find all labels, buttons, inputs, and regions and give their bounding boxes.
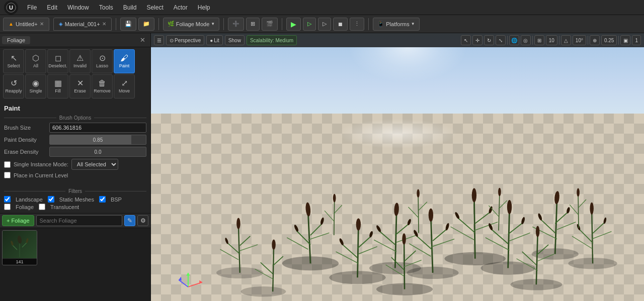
vp-surface-btn[interactable]: ◎ xyxy=(521,35,531,45)
platforms-icon: 📱 xyxy=(377,21,384,27)
menu-help[interactable]: Help xyxy=(194,3,214,12)
vp-grid-btn[interactable]: ⊞ xyxy=(534,35,544,45)
tool-deselect[interactable]: ◻ Deselect. xyxy=(47,49,68,73)
tab-material-close[interactable]: ✕ xyxy=(102,21,106,27)
vp-select-btn[interactable]: ↖ xyxy=(461,35,471,45)
lit-btn[interactable]: ● Lit xyxy=(206,35,223,45)
brush-size-input[interactable] xyxy=(49,123,146,133)
hamburger-icon: ☰ xyxy=(157,38,162,43)
tool-paint[interactable]: 🖌 Paint xyxy=(114,49,135,73)
filters-label: Filters xyxy=(68,188,82,194)
menu-file[interactable]: File xyxy=(23,3,41,12)
content-browser-btn[interactable]: 📁 xyxy=(138,18,154,31)
menu-actor[interactable]: Actor xyxy=(170,3,192,12)
tab-untitled-close[interactable]: ✕ xyxy=(40,21,44,27)
filter-foliage-checkbox[interactable] xyxy=(4,204,11,210)
mode-btn[interactable]: 🌿 Foliage Mode ▼ xyxy=(163,18,220,31)
cinematics-btn[interactable]: 🎬 xyxy=(262,18,278,31)
foliage-tab[interactable]: Foliage xyxy=(2,36,30,44)
erase-density-bar[interactable]: 0.0 xyxy=(49,147,146,157)
foliage-settings-btn[interactable]: ⚙ xyxy=(137,215,148,226)
svg-line-109 xyxy=(325,211,334,221)
svg-line-59 xyxy=(358,227,359,277)
svg-line-30 xyxy=(395,224,409,235)
stop-btn[interactable]: ⏹ xyxy=(333,18,348,31)
svg-line-71 xyxy=(431,239,454,247)
filter-landscape-checkbox[interactable] xyxy=(4,196,11,203)
vp-angle-btn[interactable]: △ xyxy=(561,35,571,45)
tool-all[interactable]: ⬡ All xyxy=(25,49,46,73)
menu-tools[interactable]: Tools xyxy=(95,3,117,12)
vp-translate-btn[interactable]: ✛ xyxy=(472,35,482,45)
svg-point-34 xyxy=(375,225,381,233)
filter-static-meshes-checkbox[interactable] xyxy=(48,196,54,203)
foliage-item-0-image xyxy=(3,231,37,258)
save-btn[interactable]: 💾 xyxy=(120,18,136,31)
single-instance-dropdown[interactable]: All Selected xyxy=(71,159,118,170)
more-btn[interactable]: ⋮ xyxy=(350,18,364,31)
menu-select[interactable]: Select xyxy=(142,3,167,12)
foliage-item-0[interactable]: 141 xyxy=(2,230,37,265)
svg-line-54 xyxy=(240,236,251,246)
tool-lasso[interactable]: ⊙ Lasso xyxy=(92,49,113,73)
vp-layer-btn[interactable]: ▣ xyxy=(620,35,630,45)
foliage-paint-view-btn[interactable]: ✎ xyxy=(124,215,135,226)
snap-btn[interactable]: ⊞ xyxy=(246,18,260,31)
menu-bar: U File Edit Window Tools Build Select Ac… xyxy=(0,0,644,15)
tool-single[interactable]: ◉ Single xyxy=(25,74,46,98)
vp-hamburger-btn[interactable]: ☰ xyxy=(154,35,164,45)
svg-point-72 xyxy=(429,209,433,222)
lasso-icon: ⊙ xyxy=(99,54,106,62)
vp-rotate-btn[interactable]: ↻ xyxy=(484,35,494,45)
select-icon: ↖ xyxy=(11,54,17,62)
menu-build[interactable]: Build xyxy=(119,3,141,12)
vp-scale2-btn[interactable]: ⊕ xyxy=(590,35,600,45)
tab-material[interactable]: ◈ Material_001+ ✕ xyxy=(53,18,112,31)
tool-select[interactable]: ↖ Select xyxy=(3,49,24,73)
tool-move[interactable]: ⤢ Move xyxy=(114,74,135,98)
menu-window[interactable]: Window xyxy=(63,3,93,12)
single-instance-checkbox[interactable] xyxy=(4,161,11,168)
tool-fill[interactable]: ▦ Fill xyxy=(47,74,68,98)
svg-line-84 xyxy=(579,229,593,243)
main-toolbar: ▲ Untitled+ ✕ ◈ Material_001+ ✕ 💾 📁 🌿 Fo… xyxy=(0,15,644,33)
vp-scale-btn[interactable]: ⤡ xyxy=(496,35,506,45)
panel-close-btn[interactable]: ✕ xyxy=(137,36,148,44)
tool-remove[interactable]: 🗑 Remove xyxy=(92,74,113,98)
deselect-icon: ◻ xyxy=(55,54,61,62)
brush-options-divider: Brush Options xyxy=(4,115,146,121)
perspective-btn[interactable]: ⊙ Perspective xyxy=(166,35,204,45)
tool-erase[interactable]: ✕ Erase xyxy=(69,74,91,98)
toolbar-sep-5 xyxy=(368,18,369,30)
tool-reapply[interactable]: ↺ Reapply xyxy=(3,74,24,98)
viewport[interactable]: ☰ ⊙ Perspective ● Lit Show Scalability: … xyxy=(151,33,644,301)
app-logo: U xyxy=(4,1,18,15)
play-btn[interactable]: ▶ xyxy=(286,18,301,31)
add-actor-btn[interactable]: ➕ xyxy=(228,18,244,31)
svg-line-37 xyxy=(457,218,475,233)
show-btn[interactable]: Show xyxy=(225,35,245,45)
svg-line-85 xyxy=(593,222,605,233)
place-in-level-checkbox[interactable] xyxy=(4,172,11,178)
scalability-btn[interactable]: Scalability: Medium xyxy=(247,35,297,45)
simulate-btn[interactable]: ▷ xyxy=(318,18,331,31)
foliage-search-input[interactable] xyxy=(36,215,122,226)
filters-divider: Filters xyxy=(4,188,146,194)
add-foliage-btn[interactable]: + Foliage xyxy=(2,215,34,226)
menu-edit[interactable]: Edit xyxy=(43,3,61,12)
paint-density-row: Paint Density 0.85 xyxy=(4,135,146,145)
play-here-btn[interactable]: ▷ xyxy=(303,18,316,31)
angle-badge: 10° xyxy=(573,35,586,45)
vp-world-btn[interactable]: 🌐 xyxy=(509,35,519,45)
paint-density-bar[interactable]: 0.85 xyxy=(49,135,146,145)
filter-translucent-checkbox[interactable] xyxy=(39,204,45,210)
tool-paint-label: Paint xyxy=(119,63,130,68)
platforms-btn[interactable]: 📱 Platforms ▼ xyxy=(373,18,419,31)
svg-line-114 xyxy=(419,202,427,211)
filters-section: Filters Landscape Static Meshes BSP Foli… xyxy=(0,183,150,213)
filter-bsp-checkbox[interactable] xyxy=(99,196,106,203)
tool-invalid[interactable]: ⚠ Invalid xyxy=(69,49,91,73)
filter-row-2: Foliage Translucent xyxy=(4,204,146,210)
svg-point-115 xyxy=(417,189,420,197)
tab-untitled[interactable]: ▲ Untitled+ ✕ xyxy=(3,18,49,31)
